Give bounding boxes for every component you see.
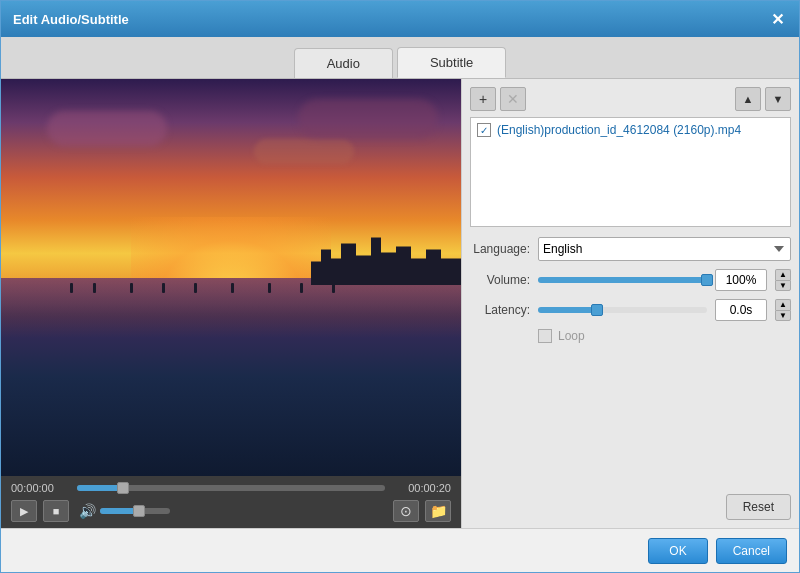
tabs-row: Audio Subtitle: [1, 37, 799, 79]
dialog-title: Edit Audio/Subtitle: [13, 12, 129, 27]
language-row: Language: English French Spanish German …: [470, 237, 791, 261]
time-current: 00:00:00: [11, 482, 69, 494]
remove-track-button[interactable]: ✕: [500, 87, 526, 111]
move-up-button[interactable]: ▲: [735, 87, 761, 111]
people-silhouettes: [1, 278, 461, 293]
track-checkbox[interactable]: [477, 123, 491, 137]
cloud3: [298, 99, 438, 139]
play-button[interactable]: ▶: [11, 500, 37, 522]
person-1: [70, 283, 73, 293]
down-icon: ▼: [773, 93, 784, 105]
video-area: [1, 79, 461, 476]
volume-slider-thumb: [701, 274, 713, 286]
latency-spin-down[interactable]: ▼: [775, 310, 791, 321]
latency-slider-track[interactable]: [538, 307, 707, 313]
add-track-button[interactable]: +: [470, 87, 496, 111]
title-bar: Edit Audio/Subtitle ✕: [1, 1, 799, 37]
latency-label: Latency:: [470, 303, 530, 317]
right-panel-spacer: [470, 343, 791, 486]
cloud2: [254, 139, 354, 164]
ok-button[interactable]: OK: [648, 538, 707, 564]
cancel-button[interactable]: Cancel: [716, 538, 787, 564]
controls-bar: 00:00:00 00:00:20 ▶ ■ �: [1, 476, 461, 528]
tab-subtitle[interactable]: Subtitle: [397, 47, 506, 78]
volume-slider-container: [538, 277, 707, 283]
play-icon: ▶: [20, 505, 28, 518]
loop-label: Loop: [558, 329, 585, 343]
person-9: [332, 283, 335, 293]
water-layer: [1, 278, 461, 477]
person-3: [130, 283, 133, 293]
volume-control: 🔊: [79, 503, 170, 519]
person-5: [194, 283, 197, 293]
move-down-button[interactable]: ▼: [765, 87, 791, 111]
bottom-bar: OK Cancel: [1, 528, 799, 572]
capture-button[interactable]: ⊙: [393, 500, 419, 522]
volume-spin-down[interactable]: ▼: [775, 280, 791, 291]
settings-section: Language: English French Spanish German …: [470, 237, 791, 343]
track-name: (English)production_id_4612084 (2160p).m…: [497, 123, 741, 137]
latency-slider-container: [538, 307, 707, 313]
stop-icon: ■: [53, 505, 60, 517]
volume-label: Volume:: [470, 273, 530, 287]
volume-track[interactable]: [100, 508, 170, 514]
up-icon: ▲: [743, 93, 754, 105]
loop-checkbox[interactable]: [538, 329, 552, 343]
person-2: [93, 283, 96, 293]
volume-spin-buttons: ▲ ▼: [775, 269, 791, 291]
latency-row: Latency: ▲ ▼: [470, 299, 791, 321]
person-6: [231, 283, 234, 293]
capture-icon: ⊙: [400, 503, 412, 519]
cloud1: [47, 111, 167, 146]
folder-button[interactable]: 📁: [425, 500, 451, 522]
language-select[interactable]: English French Spanish German Japanese C…: [538, 237, 791, 261]
main-content: 00:00:00 00:00:20 ▶ ■ �: [1, 79, 799, 528]
track-list: (English)production_id_4612084 (2160p).m…: [470, 117, 791, 227]
progress-thumb: [117, 482, 129, 494]
video-frame: [1, 79, 461, 476]
person-8: [300, 283, 303, 293]
reset-button[interactable]: Reset: [726, 494, 791, 520]
latency-spin-buttons: ▲ ▼: [775, 299, 791, 321]
volume-icon: 🔊: [79, 503, 96, 519]
latency-value-input[interactable]: [715, 299, 767, 321]
latency-slider-fill: [538, 307, 597, 313]
edit-audio-subtitle-dialog: Edit Audio/Subtitle ✕ Audio Subtitle: [0, 0, 800, 573]
folder-icon: 📁: [430, 503, 447, 519]
right-panel: + ✕ ▲ ▼ (English)production_id_4612084 (…: [461, 79, 799, 528]
latency-spin-up[interactable]: ▲: [775, 299, 791, 310]
time-total: 00:00:20: [393, 482, 451, 494]
add-icon: +: [479, 91, 487, 107]
progress-row: 00:00:00 00:00:20: [11, 482, 451, 494]
volume-slider-track[interactable]: [538, 277, 707, 283]
loop-row: Loop: [470, 329, 791, 343]
close-button[interactable]: ✕: [767, 9, 787, 29]
tab-audio[interactable]: Audio: [294, 48, 393, 78]
person-4: [162, 283, 165, 293]
remove-icon: ✕: [507, 91, 519, 107]
buttons-row: ▶ ■ 🔊 ⊙: [11, 500, 451, 522]
track-item[interactable]: (English)production_id_4612084 (2160p).m…: [471, 118, 790, 142]
volume-value-input[interactable]: [715, 269, 767, 291]
volume-thumb: [133, 505, 145, 517]
progress-track[interactable]: [77, 485, 385, 491]
latency-slider-thumb: [591, 304, 603, 316]
video-player-panel: 00:00:00 00:00:20 ▶ ■ �: [1, 79, 461, 528]
person-7: [268, 283, 271, 293]
volume-spin-up[interactable]: ▲: [775, 269, 791, 280]
volume-row: Volume: ▲ ▼: [470, 269, 791, 291]
stop-button[interactable]: ■: [43, 500, 69, 522]
language-label: Language:: [470, 242, 530, 256]
volume-slider-fill: [538, 277, 707, 283]
track-toolbar: + ✕ ▲ ▼: [470, 87, 791, 111]
